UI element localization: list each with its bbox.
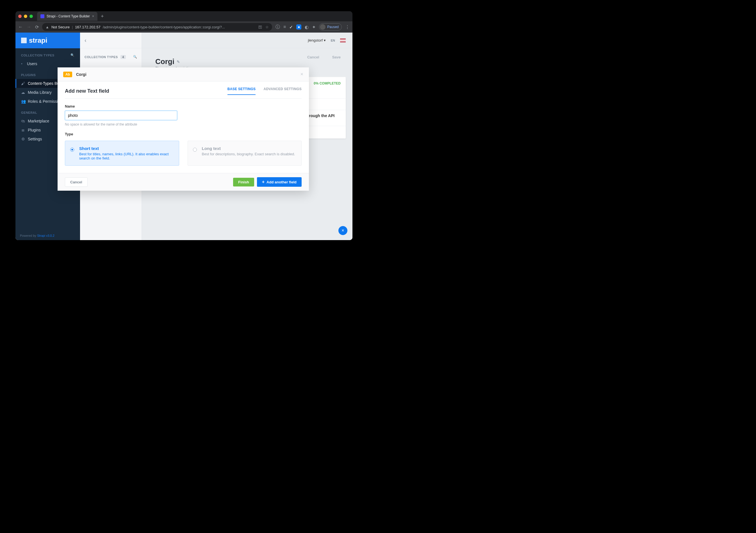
- type-long-text[interactable]: Long text Best for descriptions, biograp…: [188, 141, 302, 166]
- section-label: COLLECTION TYPES: [21, 54, 54, 57]
- short-desc: Best for titles, names, links (URL). It …: [79, 152, 175, 160]
- username-dropdown[interactable]: jlengstorf ▾: [308, 38, 326, 42]
- subpanel-count: 4: [121, 55, 126, 59]
- modal-cancel-button[interactable]: Cancel: [65, 177, 88, 187]
- flag-icon[interactable]: [340, 39, 346, 42]
- sidebar-footer: Powered by Strapi v3.0.2: [15, 231, 80, 240]
- subpanel-title: COLLECTION TYPES: [85, 55, 118, 59]
- add-another-field-button[interactable]: + Add another field: [257, 177, 302, 187]
- url-path: /admin/plugins/content-type-builder/cont…: [103, 25, 225, 29]
- new-tab-button[interactable]: +: [101, 13, 104, 19]
- pencil-icon[interactable]: ✎: [176, 60, 180, 64]
- tab-title: Strapi - Content Type Builder: [47, 14, 90, 18]
- avatar-icon: [320, 24, 326, 30]
- cloud-icon: ☁: [21, 90, 25, 94]
- sidebar-item-label: Marketplace: [28, 119, 49, 123]
- key-icon[interactable]: ⚿: [258, 25, 262, 29]
- section-label: PLUGINS: [21, 73, 36, 77]
- window-maximize[interactable]: [30, 14, 33, 18]
- favicon-icon: [40, 14, 44, 18]
- window-close[interactable]: [18, 14, 22, 18]
- close-fab[interactable]: ×: [338, 226, 347, 235]
- url-field[interactable]: ▲ Not Secure | 167.172.202.57/admin/plug…: [42, 23, 272, 31]
- radio-icon: [193, 148, 197, 152]
- lang-label: EN: [331, 39, 335, 42]
- search-icon[interactable]: 🔍: [70, 53, 75, 57]
- paused-label: Paused: [327, 25, 339, 29]
- close-icon[interactable]: ×: [300, 71, 303, 77]
- long-desc: Best for descriptions, biography. Exact …: [202, 152, 297, 156]
- finish-button[interactable]: Finish: [233, 178, 254, 186]
- section-collection-types: COLLECTION TYPES 🔍: [15, 48, 80, 59]
- window-minimize[interactable]: [24, 14, 27, 18]
- sidebar-item-label: Users: [27, 62, 37, 66]
- short-title: Short text: [79, 146, 175, 151]
- logo-text: strapi: [29, 37, 47, 44]
- secure-label: Not Secure: [51, 25, 70, 29]
- extension-icon[interactable]: ⓘ: [276, 24, 280, 30]
- tab-base-settings[interactable]: BASE SETTINGS: [228, 87, 256, 95]
- extension-icon[interactable]: ■: [296, 24, 301, 30]
- url-domain: 167.172.202.57: [75, 25, 100, 29]
- modal-title: Add new Text field: [65, 88, 109, 94]
- button-label: Add another field: [266, 180, 297, 184]
- name-help: No space is allowed for the name of the …: [65, 122, 302, 126]
- browser-tab[interactable]: Strapi - Content Type Builder ×: [37, 12, 97, 21]
- users-icon: 👥: [21, 99, 25, 104]
- warning-icon: ▲: [45, 25, 49, 29]
- reload-icon[interactable]: ⟳: [35, 24, 39, 30]
- username-label: jlengstorf: [308, 38, 323, 42]
- field-type-badge: Ab: [63, 72, 72, 77]
- logo[interactable]: strapi: [15, 33, 80, 48]
- kebab-icon[interactable]: ⋮: [345, 24, 350, 30]
- type-label: Type: [65, 132, 302, 136]
- section-label: GENERAL: [21, 111, 37, 114]
- sidebar-item-label: Settings: [28, 137, 42, 141]
- gear-icon: ⚙: [21, 137, 25, 141]
- radio-icon: [70, 148, 74, 152]
- bag-icon: 🛍: [21, 119, 25, 123]
- search-icon[interactable]: 🔍: [133, 55, 137, 59]
- modal-breadcrumb: Corgi: [76, 72, 87, 77]
- plus-icon: +: [262, 179, 264, 184]
- sidebar-item-users[interactable]: Users: [15, 59, 80, 68]
- name-label: Name: [65, 104, 302, 108]
- browser-address-bar: ← → ⟳ ▲ Not Secure | 167.172.202.57/admi…: [15, 21, 352, 33]
- footer-text: Powered by: [20, 234, 37, 237]
- extension-icon[interactable]: ✓: [289, 24, 293, 30]
- tab-close-icon[interactable]: ×: [92, 14, 94, 18]
- cancel-button[interactable]: Cancel: [302, 53, 324, 62]
- back-icon[interactable]: ←: [18, 24, 23, 30]
- extension-icon[interactable]: ≡: [284, 24, 286, 30]
- back-chevron-icon[interactable]: ‹: [85, 37, 87, 43]
- browser-tab-bar: Strapi - Content Type Builder × +: [15, 11, 352, 21]
- forward-icon[interactable]: →: [27, 24, 31, 30]
- profile-paused[interactable]: Paused: [319, 23, 342, 31]
- name-input[interactable]: [65, 111, 177, 120]
- sidebar-item-label: Plugins: [28, 128, 41, 132]
- brush-icon: 🖌: [21, 81, 25, 86]
- star-icon[interactable]: ☆: [265, 25, 269, 29]
- extension-icon[interactable]: ◐: [305, 24, 309, 30]
- tab-advanced-settings[interactable]: ADVANCED SETTINGS: [263, 87, 302, 95]
- page-title: Corgi: [155, 57, 175, 66]
- save-button[interactable]: Save: [327, 53, 346, 62]
- extensions-puzzle-icon[interactable]: ✦: [312, 24, 316, 30]
- list-icon: ≣: [21, 128, 25, 132]
- strapi-version-link[interactable]: Strapi v3.0.2: [37, 234, 54, 237]
- type-short-text[interactable]: Short text Best for titles, names, links…: [65, 141, 179, 166]
- long-title: Long text: [202, 146, 297, 151]
- logo-icon: [21, 38, 27, 43]
- sidebar-item-label: Media Library: [28, 90, 52, 94]
- add-field-modal: Ab Corgi × Add new Text field BASE SETTI…: [58, 67, 309, 191]
